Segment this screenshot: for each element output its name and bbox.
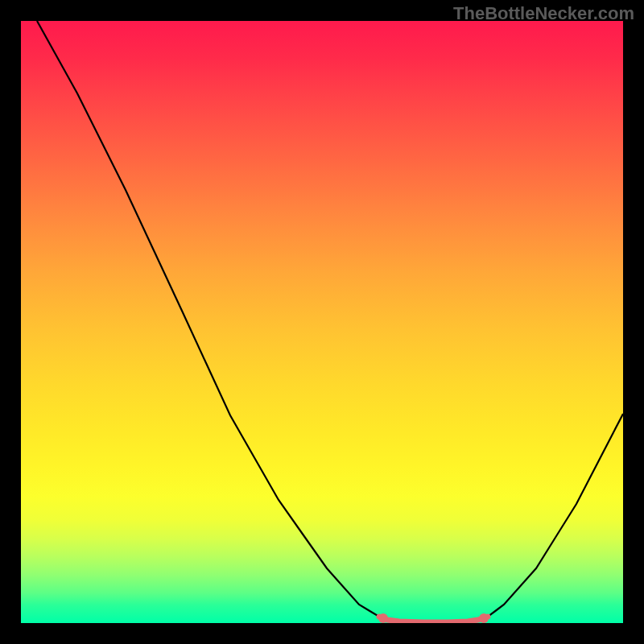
highlight-dot	[378, 613, 388, 623]
highlight-dot	[479, 613, 489, 623]
highlight-segment-line	[379, 617, 488, 622]
chart-plot-area	[21, 21, 623, 623]
watermark-text: TheBottleNecker.com	[453, 3, 634, 24]
bottleneck-curve-line	[37, 21, 623, 622]
chart-svg	[21, 21, 623, 623]
